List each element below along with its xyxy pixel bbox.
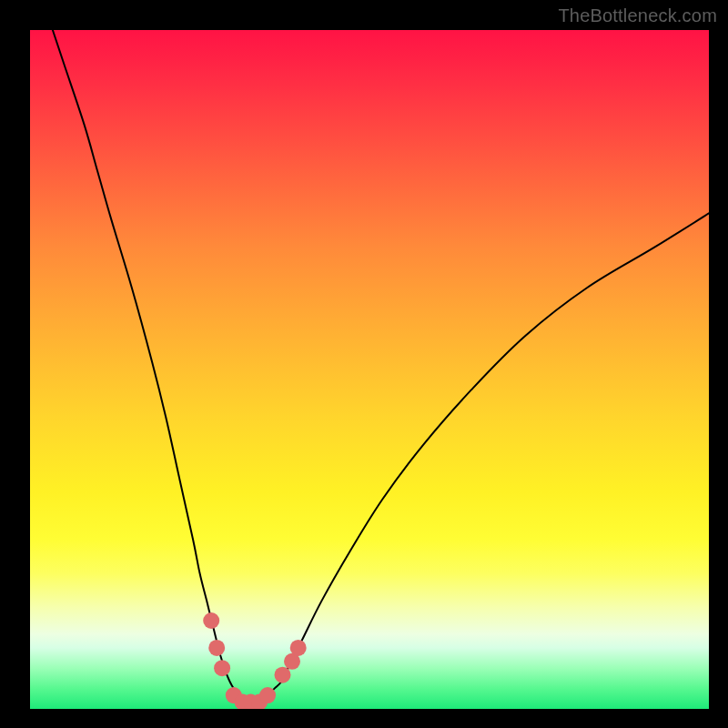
curve-markers xyxy=(203,612,307,709)
curve-marker xyxy=(208,640,225,656)
curve-marker xyxy=(203,612,219,629)
curve-marker xyxy=(259,687,276,703)
curve-marker xyxy=(290,640,307,656)
bottleneck-curve xyxy=(50,30,709,703)
curve-marker xyxy=(214,660,230,676)
image-frame: TheBottleneck.com xyxy=(0,0,728,728)
curve-marker xyxy=(275,667,291,683)
curve-layer xyxy=(30,30,709,709)
watermark-text: TheBottleneck.com xyxy=(558,5,717,26)
plot-area xyxy=(30,30,709,709)
